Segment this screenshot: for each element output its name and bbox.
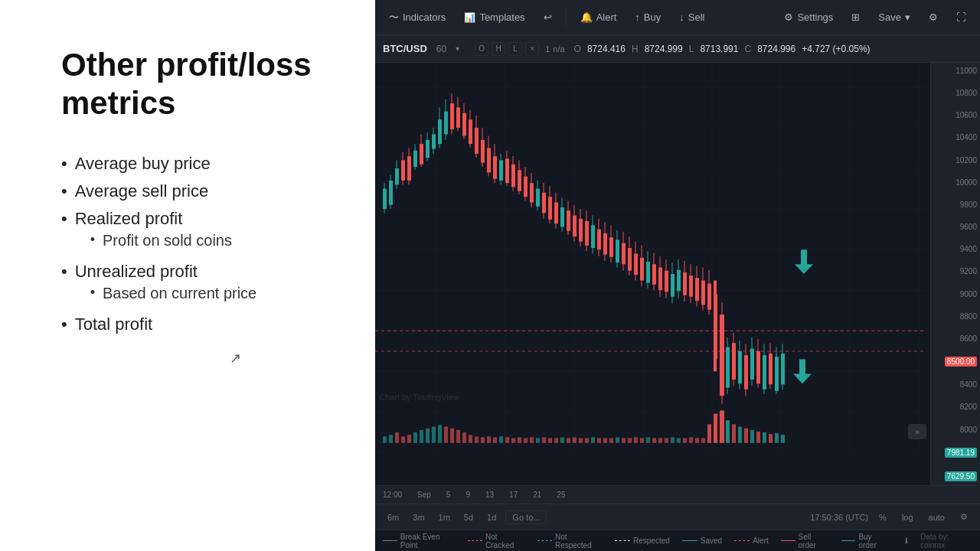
templates-button[interactable]: 📊 Templates [456, 8, 532, 27]
legend-sell-order: Sell order [781, 533, 829, 549]
legend-bar: Break Even Point Not Cracked Not Respect… [375, 530, 980, 551]
sub-item-sold-coins: Profit on sold coins [75, 232, 232, 249]
buy-button[interactable]: ↑ Buy [627, 8, 668, 27]
sell-button[interactable]: ↓ Sell [671, 8, 712, 27]
caret-icon: ▾ [456, 44, 459, 53]
indicators-button[interactable]: 〜 Indicators [381, 7, 453, 28]
goto-button[interactable]: Go to... [505, 510, 547, 524]
indicators-icon: 〜 [389, 11, 399, 24]
symbol-name[interactable]: BTC/USD [383, 43, 427, 54]
toolbar: 〜 Indicators 📊 Templates ↩ 🔔 Alert ↑ Buy… [375, 0, 980, 35]
svg-rect-194 [628, 438, 632, 442]
svg-rect-159 [413, 432, 417, 443]
svg-rect-171 [487, 436, 491, 442]
time-17: 17 [509, 491, 518, 499]
svg-text:Chart by TradingView: Chart by TradingView [379, 392, 460, 401]
settings-chart-button[interactable]: ⚙ [956, 510, 972, 523]
legend-label-saved: Saved [701, 536, 722, 545]
svg-rect-155 [389, 435, 393, 443]
price-change: +4.727 (+0.05%) [802, 44, 870, 54]
chart-area[interactable]: Chart by TradingView 11000 10800 10600 1… [375, 63, 980, 485]
legend-buy-order: Buy order [841, 533, 890, 549]
bottom-right: 17:50:36 (UTC) % log auto ⚙ [810, 510, 972, 523]
time-1200: 12:00 [383, 491, 402, 499]
svg-rect-184 [567, 438, 570, 442]
svg-rect-158 [407, 435, 411, 443]
price-9200: 9200 [934, 267, 977, 276]
ctrl-btn-1[interactable]: O [475, 42, 488, 56]
tf-5d[interactable]: 5d [459, 511, 478, 523]
log-button[interactable]: log [897, 511, 918, 523]
info-icon[interactable]: ℹ [905, 536, 908, 545]
tf-3m[interactable]: 3m [408, 511, 429, 523]
ctrl-btn-2[interactable]: H [492, 42, 505, 56]
legend-line-alert [734, 540, 750, 541]
settings-button[interactable]: ⚙ Settings [776, 8, 841, 27]
price-scale: 11000 10800 10600 10400 10200 10000 9800… [930, 63, 980, 485]
price-highlight-red-wrap: 8500.00 [934, 357, 977, 367]
close-value: 8724.996 [757, 44, 795, 54]
legend-label-not-cracked: Not Cracked [485, 533, 525, 549]
price-10800: 10800 [934, 89, 977, 97]
percent-button[interactable]: % [874, 511, 891, 523]
svg-rect-190 [603, 438, 607, 442]
svg-rect-196 [640, 438, 644, 442]
legend-label-buy-order: Buy order [858, 533, 890, 549]
config-button[interactable]: ⚙ [921, 8, 946, 27]
layout-button[interactable]: ⊞ [844, 8, 867, 27]
list-item-unrealized: Unrealized profit Based on current price [61, 262, 337, 307]
svg-rect-174 [505, 437, 509, 442]
price-9600: 9600 [934, 223, 977, 231]
svg-rect-205 [695, 438, 699, 442]
svg-rect-160 [420, 430, 423, 443]
time-13: 13 [485, 491, 494, 499]
svg-rect-185 [573, 437, 577, 442]
ctrl-btn-3[interactable]: L [508, 42, 522, 56]
svg-rect-166 [456, 430, 460, 443]
price-9400: 9400 [934, 245, 977, 253]
fullscreen-icon: ⛶ [956, 11, 966, 23]
legend-alert: Alert [734, 536, 769, 545]
svg-rect-197 [646, 437, 650, 442]
legend-saved: Saved [682, 536, 722, 545]
svg-rect-161 [426, 429, 430, 443]
svg-rect-179 [536, 438, 540, 442]
price-11000: 11000 [934, 67, 977, 75]
bullet-list: Average buy price Average sell price Rea… [61, 154, 337, 342]
fullscreen-button[interactable]: ⛶ [949, 8, 974, 27]
svg-rect-186 [579, 438, 583, 442]
legend-line-buy-order [841, 540, 856, 541]
svg-rect-188 [591, 437, 595, 442]
right-panel: 〜 Indicators 📊 Templates ↩ 🔔 Alert ↑ Buy… [375, 0, 980, 551]
sell-label: Sell [688, 11, 705, 23]
save-dropdown-icon: ▾ [905, 11, 910, 23]
svg-rect-182 [554, 438, 558, 442]
save-button[interactable]: Save ▾ [871, 8, 918, 27]
price-9800: 9800 [934, 201, 977, 209]
low-value: 8713.991 [700, 44, 738, 54]
data-provider: Data by: coinrax [920, 533, 972, 549]
tf-1d[interactable]: 1d [482, 511, 501, 523]
svg-rect-192 [616, 437, 619, 442]
price-8400: 8400 [934, 380, 977, 389]
price-9000: 9000 [934, 290, 977, 298]
symbol-timeframe[interactable]: 60 [436, 44, 446, 54]
undo-button[interactable]: ↩ [536, 8, 560, 27]
toolbar-right: ⚙ Settings ⊞ Save ▾ ⚙ ⛶ [776, 8, 974, 27]
auto-button[interactable]: auto [924, 511, 949, 523]
price-highlight-red: 8500.00 [945, 357, 977, 367]
sub-item-current-price: Based on current price [75, 285, 257, 302]
sub-text-current-price: Based on current price [103, 285, 256, 302]
tf-6m[interactable]: 6m [383, 511, 403, 523]
time-21: 21 [533, 491, 541, 499]
nav-arrow-button[interactable]: » [908, 424, 926, 439]
svg-rect-168 [469, 435, 472, 443]
svg-rect-170 [481, 437, 485, 442]
sub-list-realized: Profit on sold coins [75, 232, 232, 249]
svg-rect-167 [462, 432, 466, 443]
svg-rect-172 [493, 437, 497, 442]
alert-button[interactable]: 🔔 Alert [573, 8, 625, 27]
tf-1m[interactable]: 1m [434, 511, 455, 523]
ctrl-btn-4[interactable]: × [525, 42, 539, 56]
svg-rect-212 [738, 427, 742, 443]
